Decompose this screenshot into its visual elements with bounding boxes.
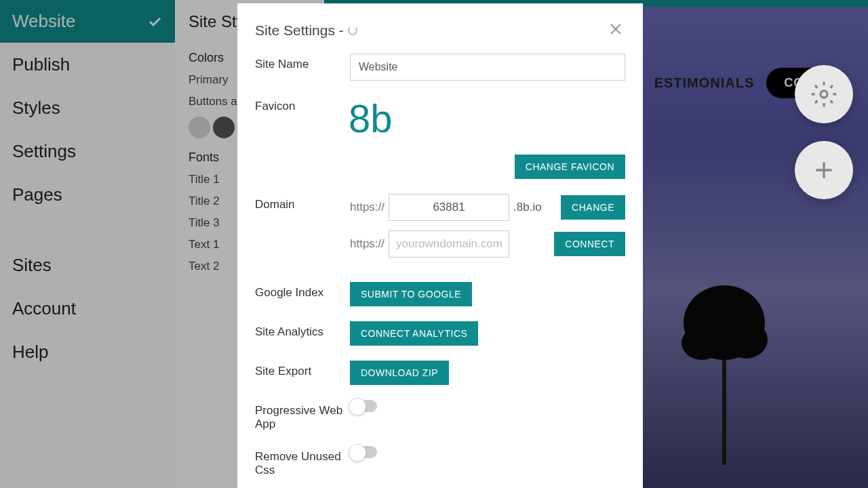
css-toggle[interactable] [350,446,377,458]
svg-point-5 [821,91,827,98]
favicon-preview: 8b [349,96,393,141]
change-domain-button[interactable]: CHANGE [561,195,625,220]
protocol-label-1: https:// [350,201,384,214]
protocol-label-2: https:// [350,237,384,251]
css-label: Remove Unused Css [255,446,350,477]
submit-google-button[interactable]: SUBMIT TO GOOGLE [350,282,472,306]
gear-icon [810,81,837,108]
plus-icon [810,157,837,184]
site-settings-modal: Site Settings - Site Name Favicon 8b CHA… [237,3,643,488]
modal-title-text: Site Settings - [255,22,344,39]
custom-domain-input[interactable] [389,230,509,258]
site-name-input[interactable] [350,54,625,81]
pwa-label: Progressive Web App [255,400,350,431]
favicon-label: Favicon [255,96,350,113]
close-icon [606,20,625,39]
export-label: Site Export [255,361,350,378]
add-fab[interactable] [795,141,853,199]
connect-domain-button[interactable]: CONNECT [554,232,625,256]
settings-fab[interactable] [795,65,853,123]
google-index-label: Google Index [255,282,350,300]
subdomain-input[interactable] [389,194,509,221]
spinner-icon [348,26,357,35]
change-favicon-button[interactable]: CHANGE FAVICON [515,155,625,179]
close-button[interactable] [606,20,625,41]
site-name-label: Site Name [255,54,350,71]
modal-title: Site Settings - [255,22,357,39]
pwa-toggle[interactable] [350,400,377,412]
domain-label: Domain [255,194,350,211]
domain-suffix: .8b.io [513,201,542,214]
connect-analytics-button[interactable]: CONNECT ANALYTICS [350,321,478,346]
analytics-label: Site Analytics [255,321,350,339]
download-zip-button[interactable]: DOWNLOAD ZIP [350,361,449,385]
